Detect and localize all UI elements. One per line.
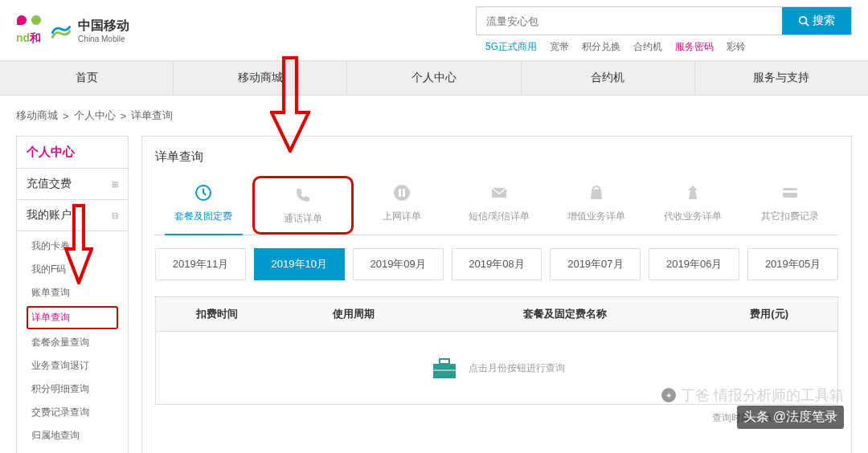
th-fee: 费用(元) xyxy=(701,297,837,331)
svg-point-0 xyxy=(800,17,807,24)
svg-line-1 xyxy=(806,23,809,27)
query-time: 查询时间： 该查询结果仅... xyxy=(155,405,838,431)
th-time: 扣费时间 xyxy=(156,297,279,331)
breadcrumb-sep: > xyxy=(121,110,127,122)
sidebar-section-recharge[interactable]: 充值交费 ⊞ xyxy=(17,169,128,200)
sidebar-item-location[interactable]: 归属地查询 xyxy=(17,424,128,447)
tab-label: 套餐及固定费 xyxy=(174,210,232,223)
nav-home[interactable]: 首页 xyxy=(0,61,174,95)
nav-mall[interactable]: 移动商城 xyxy=(174,61,347,95)
tab-label: 其它扣费记录 xyxy=(761,210,819,223)
svg-rect-8 xyxy=(783,190,797,193)
th-name: 套餐及固定费名称 xyxy=(428,297,701,331)
watermark-wechat: ✦ 丁爸 情报分析师的工具箱 xyxy=(661,386,844,405)
collapse-icon: ⊟ xyxy=(112,211,118,220)
month-2019-06[interactable]: 2019年06月 xyxy=(649,248,739,280)
breadcrumb-sep: > xyxy=(63,110,69,122)
sidebar: 个人中心 充值交费 ⊞ 我的账户 ⊟ 我的卡券 我的F码 账单查询 详单查询 套… xyxy=(16,136,129,453)
search-button-label: 搜索 xyxy=(813,14,835,28)
logo-en: China Mobile xyxy=(78,35,129,43)
card-icon xyxy=(780,182,800,203)
quick-link-contract[interactable]: 合约机 xyxy=(633,40,662,54)
bag-icon xyxy=(586,182,607,203)
quick-links: 5G正式商用 宽带 积分兑换 合约机 服务密码 彩铃 xyxy=(476,40,852,54)
svg-rect-10 xyxy=(440,359,449,364)
sidebar-item-protection[interactable]: 呼死你·防护业务设置 xyxy=(17,447,128,453)
search-input[interactable] xyxy=(477,7,782,35)
search-icon xyxy=(798,15,809,27)
th-period: 使用周期 xyxy=(279,297,429,331)
nav-personal[interactable]: 个人中心 xyxy=(347,61,521,95)
svg-rect-5 xyxy=(403,189,405,197)
logo-area: nd和 中国移动 China Mobile xyxy=(16,15,129,46)
sidebar-item-points-detail[interactable]: 积分明细查询 xyxy=(17,378,128,401)
month-2019-05[interactable]: 2019年05月 xyxy=(747,248,838,280)
mail-icon xyxy=(489,182,510,203)
breadcrumb-mall[interactable]: 移动商城 xyxy=(16,108,58,123)
quick-link-points[interactable]: 积分兑换 xyxy=(582,40,620,54)
main-nav: 首页 移动商城 个人中心 合约机 服务与支持 xyxy=(0,60,868,96)
search-button[interactable]: 搜索 xyxy=(782,7,851,35)
tab-other[interactable]: 其它扣费记录 xyxy=(741,176,838,235)
he-icon xyxy=(17,15,41,31)
quick-link-broadband[interactable]: 宽带 xyxy=(550,40,569,54)
pause-icon xyxy=(391,182,412,203)
svg-rect-11 xyxy=(433,369,456,371)
tab-label: 代收业务详单 xyxy=(664,210,722,223)
month-2019-11[interactable]: 2019年11月 xyxy=(155,248,246,280)
nav-support[interactable]: 服务与支持 xyxy=(695,61,868,95)
watermark-toutiao: 头条 @法度笔录 xyxy=(737,406,844,429)
month-selector: 2019年11月 2019年10月 2019年09月 2019年08月 2019… xyxy=(155,248,838,280)
month-2019-10[interactable]: 2019年10月 xyxy=(254,248,345,280)
sidebar-item-package[interactable]: 套餐余量查询 xyxy=(17,331,128,354)
table-head: 扣费时间 使用周期 套餐及固定费名称 费用(元) xyxy=(156,297,837,332)
logo-brand-text: nd xyxy=(16,31,30,44)
expand-icon: ⊞ xyxy=(112,180,118,189)
tab-label: 上网详单 xyxy=(383,210,421,223)
svg-rect-4 xyxy=(399,189,401,197)
tab-vas[interactable]: 增值业务详单 xyxy=(547,176,645,235)
sidebar-item-detail[interactable]: 详单查询 xyxy=(27,306,118,329)
watermark-text: 头条 @法度笔录 xyxy=(743,409,837,426)
search-box: 搜索 xyxy=(476,6,852,35)
money-icon xyxy=(682,182,703,203)
breadcrumb-personal[interactable]: 个人中心 xyxy=(74,108,116,123)
tab-sms[interactable]: 短信/彩信详单 xyxy=(451,176,548,235)
main-title: 详单查询 xyxy=(155,149,838,176)
breadcrumb: 移动商城 > 个人中心 > 详单查询 xyxy=(0,96,868,136)
breadcrumb-current: 详单查询 xyxy=(131,108,173,123)
quick-link-password[interactable]: 服务密码 xyxy=(675,40,714,54)
clock-icon xyxy=(193,182,214,203)
sidebar-item-unsubscribe[interactable]: 业务查询退订 xyxy=(17,354,128,378)
logo-cmcc[interactable]: 中国移动 China Mobile xyxy=(49,18,129,43)
logo-he-text: 和 xyxy=(30,31,41,44)
tab-label: 增值业务详单 xyxy=(567,210,625,223)
quick-link-5g[interactable]: 5G正式商用 xyxy=(485,40,537,54)
cmcc-icon xyxy=(49,18,73,43)
logo-cn: 中国移动 xyxy=(78,18,129,35)
tab-label: 通话详单 xyxy=(284,212,322,226)
tab-agent[interactable]: 代收业务详单 xyxy=(645,176,742,235)
month-2019-08[interactable]: 2019年08月 xyxy=(452,248,542,280)
tab-label: 短信/彩信详单 xyxy=(469,210,529,223)
nav-contract[interactable]: 合约机 xyxy=(522,61,695,95)
month-2019-09[interactable]: 2019年09月 xyxy=(353,248,444,280)
empty-text: 点击月份按钮进行查询 xyxy=(469,361,565,375)
sidebar-title: 个人中心 xyxy=(17,137,128,169)
sidebar-section-label: 充值交费 xyxy=(27,177,72,191)
month-2019-07[interactable]: 2019年07月 xyxy=(550,248,641,280)
briefcase-icon xyxy=(428,356,461,380)
tab-call[interactable]: 通话详单 xyxy=(252,176,354,235)
phone-icon xyxy=(293,185,313,206)
watermark-text: 丁爸 情报分析师的工具箱 xyxy=(681,386,844,405)
svg-point-3 xyxy=(394,185,410,201)
logo-he: nd和 xyxy=(16,15,41,46)
quick-link-ringtone[interactable]: 彩铃 xyxy=(727,40,746,54)
detail-tabs: 套餐及固定费 通话详单 上网详单 短信/彩信详单 增值业务详单 代收业务详单 xyxy=(155,176,838,235)
wechat-icon: ✦ xyxy=(661,388,676,402)
tab-data[interactable]: 上网详单 xyxy=(354,176,451,235)
sidebar-item-payment[interactable]: 交费记录查询 xyxy=(17,401,128,424)
tab-package[interactable]: 套餐及固定费 xyxy=(155,176,252,235)
